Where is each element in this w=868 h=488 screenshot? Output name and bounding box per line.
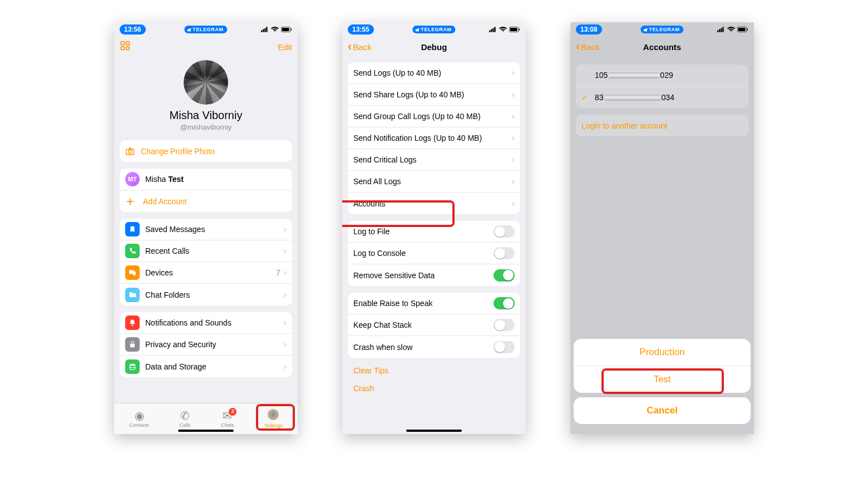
accounts-row[interactable]: Accounts›	[348, 193, 520, 214]
toggle[interactable]	[494, 225, 515, 238]
svg-rect-9	[121, 47, 125, 50]
chevron-right-icon: ›	[284, 268, 287, 278]
screen-settings: 13:56 TELEGRAM Edit Misha Viborniy @mish…	[114, 22, 298, 434]
back-button[interactable]: ‹Back	[348, 40, 372, 54]
toggle[interactable]	[494, 247, 515, 259]
chats-icon: ✉2	[223, 410, 232, 421]
calls-icon: ✆	[180, 410, 190, 421]
svg-rect-1	[263, 29, 264, 32]
devices-row[interactable]: Devices 7 ›	[120, 262, 292, 284]
app-pill: TELEGRAM	[184, 26, 227, 33]
chevron-right-icon: ›	[284, 224, 287, 234]
settings-icon	[268, 409, 279, 422]
chat-folders-row[interactable]: Chat Folders›	[120, 284, 292, 305]
change-photo-button[interactable]: Change Profile Photo	[120, 140, 292, 162]
nav-bar: Edit	[114, 37, 298, 57]
send-notification-logs-row[interactable]: Send Notification Logs (Up to 40 MB)›	[348, 127, 520, 149]
sheet-production-button[interactable]: Production	[574, 339, 751, 366]
qr-icon[interactable]	[120, 40, 131, 53]
data-storage-row[interactable]: Data and Storage›	[120, 356, 292, 377]
svg-rect-24	[717, 31, 718, 32]
profile-name: Misha Viborniy	[170, 109, 243, 122]
send-group-call-logs-row[interactable]: Send Group Call Logs (Up to 40 MB)›	[348, 106, 520, 127]
sheet-cancel-button[interactable]: Cancel	[574, 397, 751, 424]
status-icons	[489, 27, 520, 32]
behavior-group: Enable Raise to Speak Keep Chat Stack Cr…	[348, 293, 520, 358]
status-time: 13:56	[120, 24, 146, 34]
screen-debug: 13:55 TELEGRAM ‹Back Debug Send Logs (Up…	[342, 22, 526, 434]
raise-to-speak-row[interactable]: Enable Raise to Speak	[348, 293, 520, 314]
prefs-group: Notifications and Sounds› Privacy and Se…	[120, 312, 292, 377]
svg-rect-0	[261, 31, 262, 32]
svg-point-10	[126, 47, 130, 50]
chevron-right-icon: ›	[284, 246, 287, 256]
account-id-row-active[interactable]: ✓ 83034	[576, 86, 748, 108]
svg-point-16	[130, 363, 135, 366]
avatar[interactable]	[184, 60, 228, 105]
tab-chats[interactable]: ✉2Chats	[221, 410, 234, 428]
send-logs-row[interactable]: Send Logs (Up to 40 MB)›	[348, 62, 520, 84]
toggle[interactable]	[494, 269, 515, 282]
svg-rect-7	[121, 42, 125, 45]
saved-messages-row[interactable]: Saved Messages›	[120, 219, 292, 240]
nav-bar: ‹Back Accounts	[570, 37, 754, 57]
bookmark-icon	[125, 222, 140, 236]
send-all-logs-row[interactable]: Send All Logs›	[348, 171, 520, 193]
battery-icon	[281, 27, 292, 32]
back-button[interactable]: ‹Back	[576, 40, 600, 54]
toggle[interactable]	[494, 297, 515, 309]
account-row[interactable]: MT Misha Test	[120, 169, 292, 190]
svg-rect-27	[722, 27, 723, 32]
send-critical-logs-row[interactable]: Send Critical Logs›	[348, 149, 520, 171]
devices-count: 7	[276, 268, 280, 277]
bell-icon	[125, 316, 140, 330]
tab-calls[interactable]: ✆Calls	[179, 410, 190, 428]
sheet-test-button[interactable]: Test	[574, 366, 751, 393]
signal-icon	[261, 27, 269, 32]
nav-bar: ‹Back Debug	[342, 37, 526, 57]
lock-icon	[125, 337, 140, 352]
toggle[interactable]	[494, 319, 515, 331]
accounts-group: MT Misha Test + Add Account	[120, 169, 292, 212]
status-icons	[261, 27, 292, 32]
tab-contacts[interactable]: ◉Contacts	[129, 410, 149, 428]
recent-calls-row[interactable]: Recent Calls›	[120, 240, 292, 262]
crash-button[interactable]: Crash	[342, 380, 526, 397]
svg-rect-3	[266, 27, 267, 32]
log-to-file-row[interactable]: Log to File	[348, 221, 520, 243]
svg-rect-8	[126, 42, 130, 45]
privacy-row[interactable]: Privacy and Security›	[120, 334, 292, 356]
svg-rect-5	[282, 28, 289, 31]
account-id-row[interactable]: 105029	[576, 65, 748, 86]
change-photo-group: Change Profile Photo	[120, 140, 292, 162]
log-to-console-row[interactable]: Log to Console	[348, 243, 520, 264]
notifications-row[interactable]: Notifications and Sounds›	[120, 312, 292, 334]
keep-chat-stack-row[interactable]: Keep Chat Stack	[348, 314, 520, 336]
clear-tips-button[interactable]: Clear Tips	[342, 361, 526, 380]
quick-access-group: Saved Messages› Recent Calls› Devices 7 …	[120, 219, 292, 305]
svg-rect-20	[494, 27, 495, 32]
account-avatar: MT	[125, 172, 140, 186]
tab-settings[interactable]: Settings	[264, 409, 283, 428]
crash-when-slow-row[interactable]: Crash when slow	[348, 336, 520, 358]
svg-rect-18	[491, 29, 492, 32]
contacts-icon: ◉	[135, 410, 144, 421]
status-time: 13:55	[348, 24, 374, 34]
home-indicator	[178, 430, 234, 432]
status-bar: 13:56 TELEGRAM	[114, 22, 298, 37]
edit-button[interactable]: Edit	[278, 42, 292, 52]
app-pill: TELEGRAM	[640, 26, 683, 33]
send-share-logs-row[interactable]: Send Share Logs (Up to 40 MB)›	[348, 84, 520, 106]
toggle[interactable]	[494, 341, 515, 353]
svg-rect-22	[510, 28, 517, 31]
wifi-icon	[271, 27, 279, 32]
remove-sensitive-row[interactable]: Remove Sensitive Data	[348, 264, 520, 286]
status-bar: 13:08 TELEGRAM	[570, 22, 754, 37]
chevron-right-icon: ›	[284, 362, 287, 372]
login-another-button[interactable]: Login to another account	[576, 115, 748, 136]
svg-rect-19	[492, 28, 494, 32]
screen-accounts-sheet: 13:08 TELEGRAM ‹Back Accounts 105029 ✓ 8…	[570, 22, 754, 434]
add-account-button[interactable]: + Add Account	[120, 190, 292, 212]
svg-rect-13	[129, 270, 134, 274]
svg-rect-25	[719, 29, 720, 32]
